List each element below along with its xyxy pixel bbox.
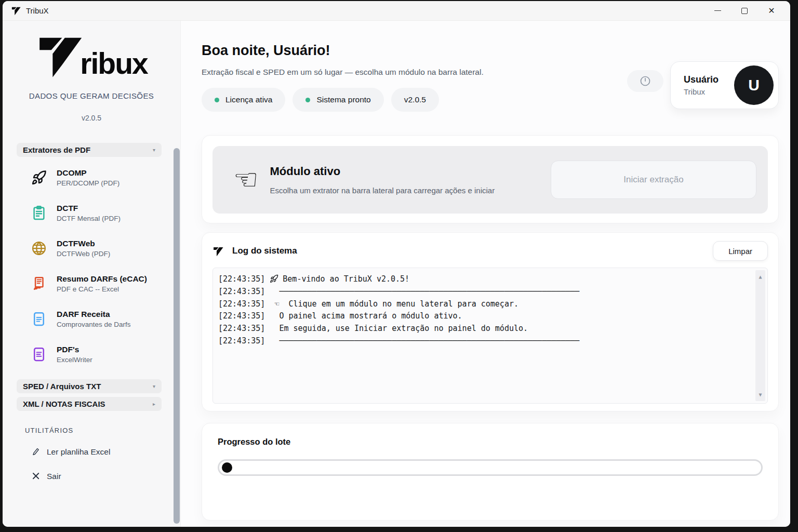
- progress-knob: [222, 462, 232, 473]
- module-title: Resumo DARFs (eCAC): [57, 274, 147, 284]
- minimize-icon: [714, 10, 721, 11]
- user-org: Tribux: [684, 87, 734, 96]
- tribux-logo-icon: [35, 32, 83, 79]
- sidebar-item-dctfweb[interactable]: DCTFWeb DCTFWeb (PDF): [3, 231, 180, 266]
- sidebar-item-pdfs[interactable]: PDF's ExcelWriter: [3, 337, 180, 372]
- power-button[interactable]: [627, 70, 663, 92]
- brand-tagline: DADOS QUE GERAM DECISÕES: [3, 91, 180, 100]
- module-subtitle: PER/DCOMP (PDF): [57, 179, 119, 187]
- sidebar-item-dctf[interactable]: DCTF DCTF Mensal (PDF): [3, 195, 180, 231]
- log-output: [22:43:35]Bem-vindo ao TribuX v2.0.5! [2…: [212, 268, 768, 404]
- module-title: PDF's: [57, 345, 92, 354]
- sidebar-group-extratores-pdf[interactable]: Extratores de PDF ▾: [17, 143, 162, 157]
- clear-log-button[interactable]: Limpar: [713, 241, 768, 261]
- group-label: SPED / Arquivos TXT: [23, 382, 101, 391]
- log-timestamp: [22:43:35]: [218, 324, 265, 333]
- group-label: Extratores de PDF: [23, 145, 90, 154]
- log-line: [22:43:35] Em seguida, use Iniciar extra…: [218, 323, 749, 335]
- user-texts: Usuário Tribux: [671, 74, 734, 96]
- window-controls: ✕: [704, 2, 785, 20]
- log-timestamp: [22:43:35]: [218, 299, 265, 309]
- greeting-title: Boa noite, Usuário!: [202, 43, 779, 59]
- scroll-up-icon[interactable]: ▲: [759, 274, 762, 280]
- progress-bar: [218, 459, 763, 476]
- log-text: ☜ Clique em um módulo no menu lateral pa…: [265, 299, 518, 309]
- tribux-logo-icon: [212, 246, 223, 257]
- chevron-down-icon: ▾: [153, 383, 155, 389]
- log-text: O painel acima mostrará o módulo ativo.: [265, 311, 462, 321]
- sidebar-item-ler-planilha[interactable]: Ler planliha Excel: [31, 447, 180, 457]
- sidebar-version: v2.0.5: [3, 114, 180, 122]
- sidebar: ribux DADOS QUE GERAM DECISÕES v2.0.5 Ex…: [3, 21, 181, 527]
- active-module-inner: ☜ Módulo ativo Escolha um extrator na ba…: [212, 146, 768, 214]
- globe-icon: [31, 241, 47, 256]
- sidebar-item-sair[interactable]: Sair: [31, 471, 180, 481]
- active-module-subtitle: Escolha um extrator na barra lateral par…: [270, 186, 495, 195]
- brand-logo: ribux: [3, 31, 180, 79]
- utility-label: Ler planliha Excel: [47, 447, 110, 457]
- close-x-icon: [31, 471, 41, 481]
- rocket-icon: [270, 274, 278, 283]
- window-title: TribuX: [26, 6, 49, 15]
- module-title: DCTFWeb: [57, 239, 110, 248]
- system-log-card: Log do sistema Limpar [22:43:35]Bem-vind…: [202, 232, 779, 411]
- app-window: TribuX ✕ ribux DADOS QUE GERAM DECISÕES …: [3, 1, 790, 527]
- log-timestamp: [22:43:35]: [218, 274, 265, 284]
- maximize-button[interactable]: [731, 2, 758, 20]
- log-timestamp: [22:43:35]: [218, 336, 265, 345]
- start-extraction-button[interactable]: Iniciar extração: [551, 161, 756, 199]
- utility-label: Sair: [47, 472, 61, 481]
- chevron-right-icon: ▸: [153, 401, 155, 407]
- pointing-hand-icon: ☜: [233, 166, 258, 194]
- minimize-button[interactable]: [704, 2, 731, 20]
- titlebar: TribuX ✕: [3, 1, 790, 21]
- group-label: XML / NOTAS FISCAIS: [23, 400, 105, 408]
- user-name: Usuário: [684, 74, 734, 85]
- badge-licenca-ativa: Licença ativa: [202, 88, 285, 112]
- log-text: ────────────────────────────────────────…: [265, 287, 579, 296]
- sidebar-group-sped-txt[interactable]: SPED / Arquivos TXT ▾: [17, 379, 162, 393]
- clipboard-icon: [31, 205, 47, 221]
- document-blue-icon: [31, 311, 47, 327]
- module-list: DCOMP PER/DCOMP (PDF) DCTF DCT: [3, 160, 180, 372]
- brand-wordmark: ribux: [80, 51, 147, 76]
- progress-title: Progresso do lote: [218, 437, 763, 447]
- badge-label: Licença ativa: [225, 95, 272, 104]
- log-line: [22:43:35]Bem-vindo ao TribuX v2.0.5!: [218, 273, 749, 286]
- main-panel: Boa noite, Usuário! Extração fiscal e SP…: [181, 21, 790, 527]
- log-title: Log do sistema: [232, 246, 297, 256]
- log-text: ────────────────────────────────────────…: [265, 336, 579, 345]
- receipt-icon: [31, 276, 47, 291]
- sidebar-item-resumo-darfs[interactable]: Resumo DARFs (eCAC) PDF e CAC -- Excel: [3, 266, 180, 301]
- utilities-heading: UTILITÁRIOS: [25, 427, 180, 434]
- module-title: DCTF: [57, 204, 121, 213]
- log-header: Log do sistema Limpar: [212, 241, 768, 261]
- active-module-title: Módulo ativo: [270, 165, 495, 178]
- badge-label: Sistema pronto: [316, 95, 370, 104]
- module-subtitle: DCTF Mensal (PDF): [57, 215, 121, 222]
- module-subtitle: Comprovantes de Darfs: [57, 321, 131, 328]
- scroll-down-icon[interactable]: ▼: [759, 392, 762, 397]
- module-title: DCOMP: [57, 168, 119, 178]
- close-icon: ✕: [768, 7, 775, 15]
- log-line: [22:43:35] ☜ Clique em um módulo no menu…: [218, 298, 749, 311]
- status-dot-icon: [215, 98, 219, 102]
- log-timestamp: [22:43:35]: [218, 287, 265, 296]
- sidebar-item-dcomp[interactable]: DCOMP PER/DCOMP (PDF): [3, 160, 180, 195]
- status-dot-icon: [305, 98, 310, 102]
- maximize-icon: [741, 8, 748, 14]
- log-text: Bem-vindo ao TribuX v2.0.5!: [283, 274, 409, 284]
- badge-version: v2.0.5: [391, 88, 439, 112]
- sidebar-scrollbar[interactable]: [174, 148, 180, 524]
- log-scrollbar[interactable]: ▲ ▼: [755, 270, 765, 401]
- sidebar-item-darf-receita[interactable]: DARF Receita Comprovantes de Darfs: [3, 301, 180, 337]
- tribux-logo-icon: [11, 6, 21, 16]
- log-line: [22:43:35] O painel acima mostrará o mód…: [218, 310, 749, 323]
- module-title: DARF Receita: [57, 310, 131, 319]
- document-purple-icon: [31, 347, 47, 362]
- log-line: [22:43:35] ─────────────────────────────…: [218, 286, 749, 298]
- user-card[interactable]: Usuário Tribux U: [670, 61, 779, 109]
- module-subtitle: ExcelWriter: [57, 356, 92, 364]
- close-button[interactable]: ✕: [758, 2, 785, 20]
- sidebar-group-xml-nf[interactable]: XML / NOTAS FISCAIS ▸: [17, 397, 162, 411]
